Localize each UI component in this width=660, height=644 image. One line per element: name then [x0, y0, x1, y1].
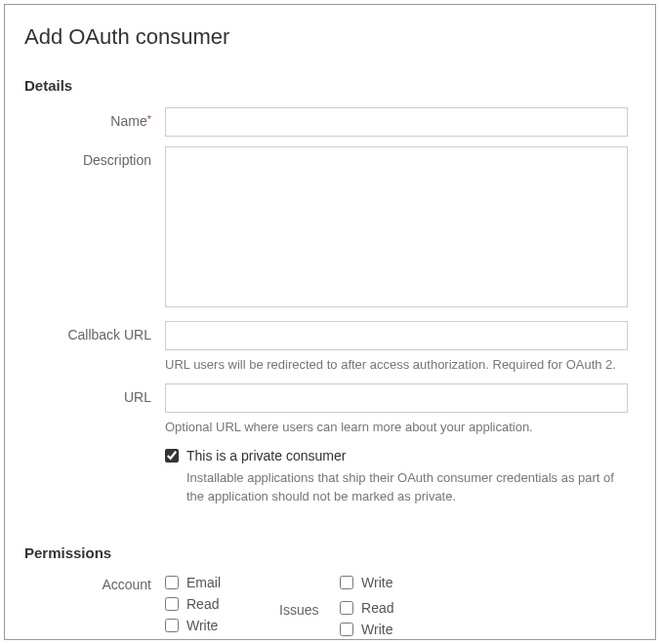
- page-title: Add OAuth consumer: [24, 24, 628, 50]
- private-consumer-label: This is a private consumer: [186, 448, 346, 463]
- row-name: Name*: [24, 107, 628, 137]
- label-name-text: Name: [110, 113, 146, 129]
- perm-col2-write-checkbox[interactable]: [340, 576, 353, 589]
- right-permissions-column: Write Issues Read Write: [279, 575, 393, 637]
- row-description: Description: [24, 146, 628, 311]
- account-permissions-column: Email Read Write: [165, 575, 221, 637]
- permissions-grid: Account Email Read Write: [24, 575, 628, 637]
- private-consumer-checkbox[interactable]: [165, 449, 179, 463]
- private-consumer-help: Installable applications that ship their…: [165, 469, 628, 504]
- label-account: Account: [24, 575, 165, 592]
- description-input[interactable]: [165, 146, 628, 307]
- label-description: Description: [24, 146, 165, 168]
- perm-account-write[interactable]: Write: [165, 618, 221, 633]
- details-heading: Details: [24, 77, 628, 94]
- perm-account-read-label: Read: [186, 596, 219, 612]
- label-issues: Issues: [279, 600, 328, 618]
- perm-account-read[interactable]: Read: [165, 596, 221, 612]
- callback-url-input[interactable]: [165, 321, 628, 350]
- perm-account-email-label: Email: [186, 575, 221, 590]
- perm-account-write-checkbox[interactable]: [165, 619, 179, 632]
- row-callback-url: Callback URL URL users will be redirecte…: [24, 321, 628, 374]
- perm-issues-write-checkbox[interactable]: [340, 623, 353, 636]
- perm-issues-read-checkbox[interactable]: [340, 601, 353, 615]
- url-help: Optional URL where users can learn more …: [165, 419, 628, 436]
- perm-account-email[interactable]: Email: [165, 575, 221, 590]
- perm-issues-write-label: Write: [361, 622, 392, 637]
- required-star-icon: *: [147, 113, 151, 125]
- row-private: This is a private consumer Installable a…: [24, 446, 628, 504]
- perm-account-email-checkbox[interactable]: [165, 576, 179, 589]
- permissions-heading: Permissions: [24, 544, 628, 561]
- callback-url-help: URL users will be redirected to after ac…: [165, 356, 628, 374]
- label-callback-url: Callback URL: [24, 321, 165, 342]
- row-url: URL Optional URL where users can learn m…: [24, 383, 628, 436]
- perm-col2-write-label: Write: [361, 575, 392, 590]
- form-window: Add OAuth consumer Details Name* Descrip…: [4, 4, 656, 640]
- url-input[interactable]: [165, 383, 628, 413]
- perm-account-write-label: Write: [186, 618, 218, 633]
- name-input[interactable]: [165, 107, 628, 137]
- perm-issues-read[interactable]: Read: [340, 600, 393, 616]
- perm-issues-read-label: Read: [361, 600, 393, 616]
- label-url: URL: [24, 383, 165, 405]
- perm-issues-write[interactable]: Write: [340, 622, 393, 637]
- label-name: Name*: [24, 107, 165, 129]
- perm-account-read-checkbox[interactable]: [165, 597, 179, 611]
- perm-col2-write[interactable]: Write: [340, 575, 392, 590]
